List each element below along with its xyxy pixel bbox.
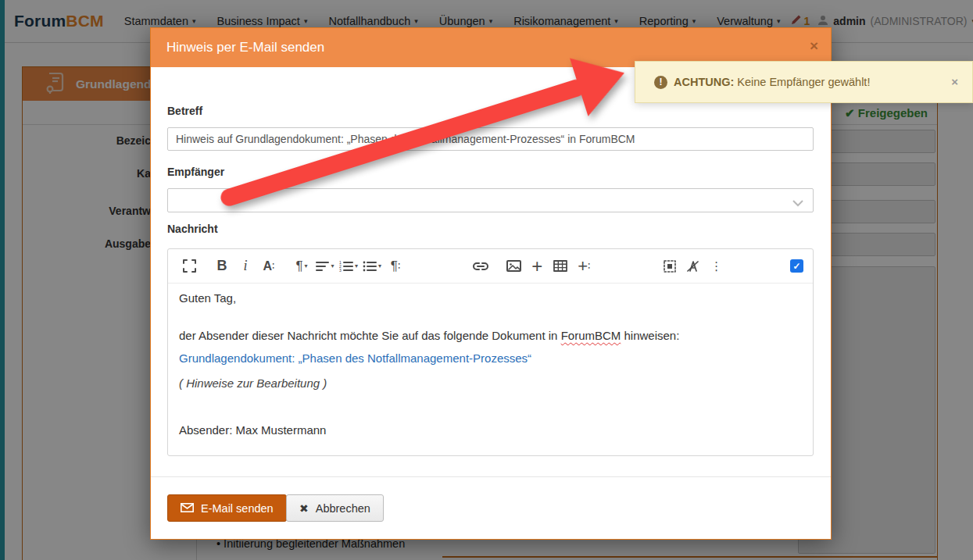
subject-label: Betreff [167, 105, 202, 117]
document-link[interactable]: Grundlagendokument: „Phasen des Notfallm… [179, 351, 531, 365]
envelope-icon [181, 502, 194, 515]
checkbox-checked-icon[interactable]: ✓ [790, 259, 803, 273]
close-icon[interactable]: × [951, 76, 958, 87]
chevron-down-icon [792, 196, 803, 210]
svg-text:3: 3 [339, 268, 342, 272]
message-note: ( Hinweise zur Bearbeitung ) [179, 376, 327, 390]
insert-icon[interactable]: + [525, 253, 549, 280]
paragraph-icon[interactable]: ¶▾ [290, 253, 313, 280]
message-label: Nachricht [167, 223, 218, 235]
x-icon: ✖ [299, 502, 309, 515]
chevron-down-icon: ▾ [331, 262, 334, 269]
fullscreen-icon[interactable] [177, 253, 201, 280]
warning-toast: ! ACHTUNG:Keine Empfänger gewählt! × [635, 61, 973, 103]
send-email-modal: Hinweis per E-Mail senden × Betreff Empf… [150, 27, 832, 540]
misspelled-word: ForumBCM [561, 329, 621, 342]
table-insert-icon[interactable]: +∶ [572, 253, 596, 280]
paragraph-style-icon[interactable]: ¶∶ [384, 253, 407, 280]
toast-prefix: ACHTUNG: [674, 76, 734, 88]
more-options-icon[interactable]: ⋮ [705, 253, 728, 280]
recipients-label: Empfänger [167, 166, 224, 178]
editor-toolbar: B i A∶ ¶▾ ▾ 123▾ ▾ ¶∶ + +∶ ⋮ ✓ [168, 249, 813, 284]
message-sender: Absender: Max Mustermann [179, 423, 326, 437]
subject-input[interactable] [167, 127, 814, 151]
link-icon[interactable] [469, 253, 492, 280]
cancel-button[interactable]: ✖ Abbrechen [286, 494, 384, 522]
italic-icon[interactable]: i [234, 253, 257, 280]
exclamation-circle-icon: ! [654, 76, 667, 89]
table-icon[interactable] [549, 253, 572, 280]
chevron-down-icon: ▾ [355, 262, 358, 269]
modal-title: Hinweis per E-Mail senden [166, 40, 324, 55]
chevron-down-icon: ▾ [378, 262, 381, 269]
align-left-icon[interactable]: ▾ [313, 253, 337, 280]
font-format-icon[interactable]: A∶ [257, 253, 281, 280]
toast-message: ACHTUNG:Keine Empfänger gewählt! [674, 76, 870, 88]
image-icon[interactable] [502, 253, 525, 280]
message-line: der Absender dieser Nachricht möchte Sie… [179, 329, 679, 342]
bold-icon[interactable]: B [210, 253, 234, 280]
recipients-select[interactable] [167, 188, 814, 212]
ordered-list-icon[interactable]: 123▾ [337, 253, 360, 280]
special-chars-icon[interactable] [658, 253, 681, 280]
message-greeting: Guten Tag, [179, 291, 236, 305]
send-email-button[interactable]: E-Mail senden [167, 494, 287, 522]
divider [151, 476, 831, 477]
chevron-down-icon: ▾ [305, 262, 308, 269]
unordered-list-icon[interactable]: ▾ [360, 253, 384, 280]
rich-text-editor: B i A∶ ¶▾ ▾ 123▾ ▾ ¶∶ + +∶ ⋮ ✓ Guten Tag… [167, 248, 814, 456]
close-icon[interactable]: × [810, 38, 818, 53]
clear-format-icon[interactable] [681, 253, 705, 280]
message-body[interactable]: Guten Tag, der Absender dieser Nachricht… [168, 284, 813, 455]
